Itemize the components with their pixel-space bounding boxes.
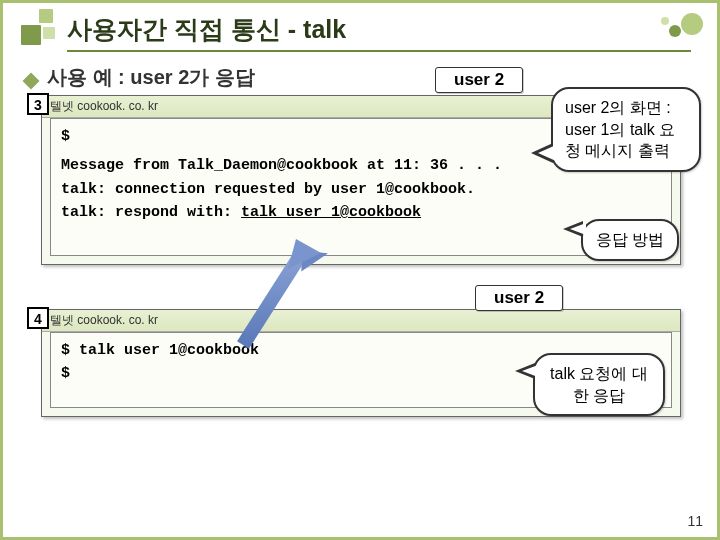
diamond-bullet-icon	[23, 73, 40, 90]
slide-title: 사용자간 직접 통신 - talk	[67, 13, 691, 52]
user-tag-2: user 2	[475, 285, 563, 311]
corner-decor	[655, 17, 703, 41]
page-number: 11	[687, 513, 703, 529]
bullet-text: 사용 예 : user 2가 응답	[47, 64, 255, 91]
terminal-titlebar-2: 텔넷 cookook. co. kr	[42, 310, 680, 332]
step-number-3: 3	[27, 93, 49, 115]
callout-talk-response: talk 요청에 대한 응답	[533, 353, 665, 416]
user-tag-1: user 2	[435, 67, 523, 93]
term1-line2: talk: connection requested by user 1@coo…	[61, 178, 661, 201]
step-number-4: 4	[27, 307, 49, 329]
callout-respond-method: 응답 방법	[581, 219, 679, 261]
callout-screen-note: user 2의 화면 : user 1의 talk 요청 메시지 출력	[551, 87, 701, 172]
title-decor	[21, 9, 59, 47]
term1-respond-command: talk user 1@cookbook	[241, 204, 421, 221]
